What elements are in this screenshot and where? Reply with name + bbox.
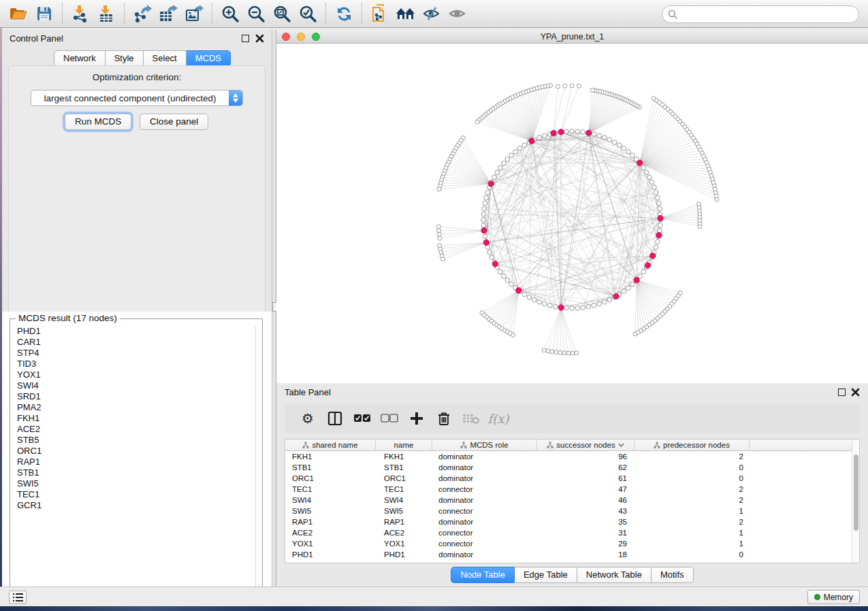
show-eye-icon[interactable] — [445, 3, 470, 24]
mcds-result-item[interactable]: FKH1 — [12, 413, 253, 424]
table-settings-gear-icon[interactable]: ⚙ — [294, 408, 321, 429]
table-row[interactable]: FKH1FKH1dominator962 — [285, 451, 859, 462]
delete-column-icon[interactable] — [430, 408, 457, 429]
open-folder-icon[interactable] — [5, 3, 31, 24]
tab-edge-table[interactable]: Edge Table — [515, 567, 577, 583]
column-header-name[interactable]: name — [376, 440, 432, 450]
zoom-out-icon[interactable] — [243, 3, 269, 24]
table-cell: 2 — [634, 495, 750, 506]
table-cell: 61 — [537, 473, 634, 484]
network-canvas[interactable] — [276, 44, 868, 383]
export-image-icon[interactable] — [181, 3, 207, 24]
mcds-result-item[interactable]: TID3 — [12, 359, 253, 369]
table-cell: RAP1 — [376, 516, 432, 527]
run-mcds-button[interactable]: Run MCDS — [65, 114, 131, 130]
hide-eye-icon[interactable] — [419, 3, 445, 24]
table-row[interactable]: TEC1TEC1connector472 — [285, 484, 859, 495]
table-row[interactable]: PHD1PHD1dominator180 — [285, 549, 859, 560]
table-cell: 46 — [537, 495, 634, 506]
mcds-result-item[interactable]: CAR1 — [12, 337, 253, 348]
clone-network-icon[interactable] — [367, 3, 393, 24]
mcds-result-item[interactable]: STP4 — [12, 348, 253, 359]
mcds-result-item[interactable]: SWI5 — [12, 478, 253, 489]
table-tab-bar: Node Table Edge Table Network Table Moti… — [451, 567, 693, 583]
export-table-icon[interactable] — [155, 3, 181, 24]
mcds-result-item[interactable]: PHD1 — [12, 326, 253, 337]
table-row[interactable]: YOX1YOX1connector291 — [285, 538, 859, 549]
task-history-button[interactable] — [9, 591, 27, 604]
close-table-panel-icon[interactable] — [851, 388, 860, 397]
import-table-icon[interactable] — [93, 3, 119, 24]
table-row[interactable]: SWI4SWI4dominator462 — [285, 495, 859, 506]
select-all-icon[interactable] — [349, 408, 376, 429]
mcds-result-item[interactable]: GCR1 — [12, 500, 253, 511]
column-header-successor-nodes[interactable]: successor nodes — [537, 440, 634, 450]
tab-mcds[interactable]: MCDS — [187, 50, 231, 67]
tab-motifs[interactable]: Motifs — [652, 567, 694, 583]
table-cell: 0 — [634, 473, 750, 484]
add-column-icon[interactable] — [403, 408, 430, 429]
save-icon[interactable] — [31, 3, 57, 24]
table-row[interactable]: SWI5SWI5connector431 — [285, 506, 859, 516]
column-header-predecessor-nodes[interactable]: predecessor nodes — [634, 440, 750, 450]
column-header-mcds-role[interactable]: MCDS role — [432, 440, 537, 450]
close-panel-button[interactable]: Close panel — [140, 114, 208, 130]
search-box[interactable] — [662, 5, 859, 23]
memory-button[interactable]: Memory — [807, 590, 860, 604]
table-row[interactable]: ORC1ORC1dominator610 — [285, 473, 859, 484]
deselect-all-icon[interactable] — [376, 408, 403, 429]
mcds-list-scrollbar[interactable] — [255, 326, 256, 597]
mcds-result-item[interactable]: SRD1 — [12, 391, 253, 402]
table-row[interactable]: ACE2ACE2connector311 — [285, 527, 859, 538]
mcds-result-item[interactable]: ORC1 — [12, 446, 253, 457]
table-scrollbar[interactable] — [852, 440, 859, 563]
export-network-icon[interactable] — [129, 3, 155, 24]
float-table-panel-icon[interactable] — [838, 389, 846, 396]
table-cell: STB1 — [376, 462, 432, 473]
mcds-result-item[interactable]: PMA2 — [12, 402, 253, 413]
table-cell: 18 — [537, 549, 634, 560]
vertical-splitter[interactable] — [272, 30, 276, 587]
zoom-selected-icon[interactable] — [295, 3, 321, 24]
table-cell: TEC1 — [285, 484, 376, 495]
network-graph[interactable] — [276, 44, 868, 383]
zoom-in-icon[interactable] — [217, 3, 243, 24]
table-cell: dominator — [432, 549, 537, 560]
tab-network-table[interactable]: Network Table — [577, 567, 652, 583]
desktop-wallpaper-bottom — [0, 606, 868, 611]
table-panel: Table Panel ⚙ f(x) shared name — [276, 384, 868, 585]
mcds-result-item[interactable]: RAP1 — [12, 457, 253, 467]
import-network-icon[interactable] — [67, 3, 93, 24]
float-panel-icon[interactable] — [242, 35, 249, 42]
mcds-result-item[interactable]: STB5 — [12, 435, 253, 446]
tab-select[interactable]: Select — [144, 50, 187, 67]
table-cell: connector — [432, 527, 537, 538]
mcds-result-item[interactable]: STB1 — [12, 467, 253, 478]
mcds-result-item[interactable]: YOX1 — [12, 369, 253, 380]
column-header-shared-name[interactable]: shared name — [285, 440, 376, 450]
houses-icon[interactable] — [393, 3, 419, 24]
search-input[interactable] — [678, 10, 858, 20]
table-cell: dominator — [432, 462, 537, 473]
show-columns-icon[interactable] — [321, 408, 349, 429]
table-cell: 2 — [634, 516, 750, 527]
main-toolbar — [0, 0, 868, 28]
mcds-result-item[interactable]: ACE2 — [12, 424, 253, 435]
tab-style[interactable]: Style — [106, 50, 144, 67]
network-window-titlebar[interactable]: YPA_prune.txt_1 — [276, 30, 868, 44]
optimization-criterion-dropdown[interactable]: largest connected component (undirected) — [31, 90, 243, 106]
tab-node-table[interactable]: Node Table — [451, 567, 515, 583]
mcds-result-list[interactable]: PHD1CAR1STP4TID3YOX1SWI4SRD1PMA2FKH1ACE2… — [12, 326, 253, 598]
table-row[interactable]: RAP1RAP1dominator352 — [285, 516, 859, 527]
table-cell: YOX1 — [376, 538, 432, 549]
table-cell: FKH1 — [285, 451, 376, 462]
table-scrollbar-thumb[interactable] — [854, 455, 858, 531]
mcds-result-item[interactable]: SWI4 — [12, 380, 253, 391]
table-cell: ORC1 — [285, 473, 376, 484]
close-panel-icon[interactable] — [255, 34, 264, 43]
mcds-result-item[interactable]: TEC1 — [12, 489, 253, 500]
zoom-fit-icon[interactable] — [269, 3, 295, 24]
refresh-layout-icon[interactable] — [331, 3, 357, 24]
table-row[interactable]: STB1STB1dominator620 — [285, 462, 859, 473]
tab-network[interactable]: Network — [54, 50, 106, 67]
